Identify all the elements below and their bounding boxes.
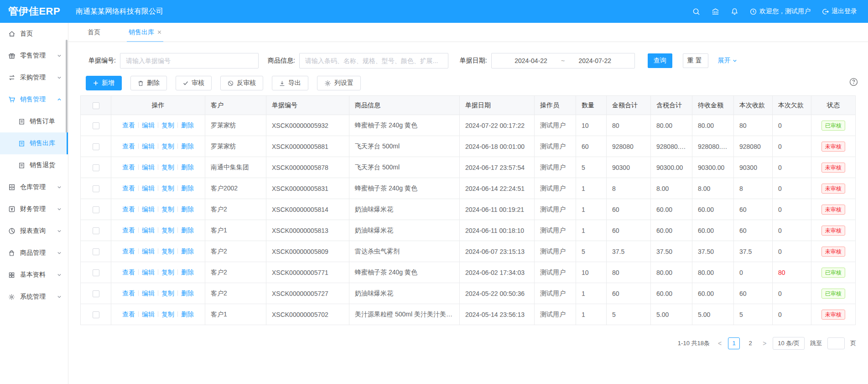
- row-checkbox[interactable]: [93, 206, 99, 213]
- sidebar-item-home[interactable]: 首页: [0, 23, 68, 45]
- copy-link[interactable]: 复制: [161, 184, 174, 192]
- product-info-input[interactable]: [299, 53, 448, 68]
- date-range-picker[interactable]: 2024-04-22 ~ 2024-07-22: [491, 53, 635, 68]
- sidebar-item-basic-data[interactable]: 基本资料: [0, 264, 68, 286]
- receivable-cell: 37.50: [692, 241, 734, 262]
- edit-link[interactable]: 编辑: [142, 121, 155, 129]
- status-cell: 未审核: [811, 220, 856, 241]
- welcome-user[interactable]: 欢迎您，测试用户: [750, 7, 811, 16]
- date-start-value[interactable]: 2024-04-22: [513, 57, 549, 64]
- date-cell: 2024-06-11 00:19:21: [460, 199, 535, 220]
- next-page-button[interactable]: >: [762, 340, 767, 347]
- copy-link[interactable]: 复制: [161, 226, 174, 234]
- copy-link[interactable]: 复制: [161, 163, 174, 171]
- view-link[interactable]: 查看: [122, 205, 135, 213]
- edit-link[interactable]: 编辑: [142, 226, 155, 234]
- copy-link[interactable]: 复制: [161, 121, 174, 129]
- delete-link[interactable]: 删除: [181, 163, 194, 171]
- view-link[interactable]: 查看: [122, 226, 135, 234]
- approve-button[interactable]: 审核: [176, 76, 212, 90]
- product-cell: 奶油味爆米花: [349, 199, 460, 220]
- expand-link[interactable]: 展开: [718, 57, 737, 65]
- edit-link[interactable]: 编辑: [142, 184, 155, 192]
- page-size-select[interactable]: 10 条/页: [773, 337, 805, 350]
- view-link[interactable]: 查看: [122, 121, 135, 129]
- view-link[interactable]: 查看: [122, 247, 135, 255]
- row-checkbox[interactable]: [93, 269, 99, 276]
- row-checkbox[interactable]: [93, 143, 99, 150]
- row-checkbox-cell: [81, 220, 111, 241]
- view-link[interactable]: 查看: [122, 163, 135, 171]
- sidebar-item-products[interactable]: 商品管理: [0, 242, 68, 264]
- copy-link[interactable]: 复制: [161, 289, 174, 297]
- add-button[interactable]: 新增: [86, 76, 122, 90]
- search-icon[interactable]: [692, 8, 700, 16]
- sidebar-item-sales-orders[interactable]: 销售订单: [0, 110, 68, 132]
- view-link[interactable]: 查看: [122, 184, 135, 192]
- edit-link[interactable]: 编辑: [142, 205, 155, 213]
- sidebar-item-sales-outbound[interactable]: 销售出库: [0, 132, 68, 154]
- status-cell: 已审核: [811, 262, 856, 283]
- tab-home[interactable]: 首页: [86, 23, 102, 42]
- delete-button[interactable]: 删除: [130, 76, 167, 90]
- delete-link[interactable]: 删除: [181, 247, 194, 255]
- row-checkbox[interactable]: [93, 248, 99, 255]
- select-all-checkbox[interactable]: [93, 102, 99, 109]
- row-checkbox[interactable]: [93, 311, 99, 318]
- view-link[interactable]: 查看: [122, 142, 135, 150]
- edit-link[interactable]: 编辑: [142, 289, 155, 297]
- tab-sales-outbound[interactable]: 销售出库: [127, 23, 163, 42]
- sidebar-item-sales-returns[interactable]: 销售退货: [0, 154, 68, 176]
- sidebar-item-reports[interactable]: 报表查询: [0, 220, 68, 242]
- reset-button[interactable]: 重置: [683, 53, 708, 68]
- bank-icon[interactable]: [712, 8, 719, 16]
- sidebar-item-system[interactable]: 系统管理: [0, 286, 68, 308]
- doc-no-input[interactable]: [120, 53, 259, 68]
- delete-link[interactable]: 删除: [181, 226, 194, 234]
- edit-link[interactable]: 编辑: [142, 247, 155, 255]
- page-1-button[interactable]: 1: [728, 337, 740, 349]
- doc-date-label: 单据日期:: [460, 57, 487, 65]
- sidebar-item-retail[interactable]: 零售管理: [0, 45, 68, 67]
- help-icon[interactable]: [849, 78, 858, 86]
- row-checkbox[interactable]: [93, 185, 99, 192]
- export-button[interactable]: 导出: [272, 76, 308, 90]
- delete-link[interactable]: 删除: [181, 184, 194, 192]
- copy-link[interactable]: 复制: [161, 205, 174, 213]
- row-checkbox[interactable]: [93, 290, 99, 297]
- edit-link[interactable]: 编辑: [142, 310, 155, 318]
- view-link[interactable]: 查看: [122, 268, 135, 276]
- column-settings-button[interactable]: 列设置: [317, 76, 361, 90]
- copy-link[interactable]: 复制: [161, 247, 174, 255]
- sidebar-item-warehouse[interactable]: 仓库管理: [0, 176, 68, 198]
- copy-link[interactable]: 复制: [161, 142, 174, 150]
- unapprove-button[interactable]: 反审核: [220, 76, 263, 90]
- sidebar-item-purchase[interactable]: 采购管理: [0, 67, 68, 89]
- copy-link[interactable]: 复制: [161, 310, 174, 318]
- prev-page-button[interactable]: <: [717, 340, 722, 347]
- delete-link[interactable]: 删除: [181, 268, 194, 276]
- view-link[interactable]: 查看: [122, 289, 135, 297]
- delete-link[interactable]: 删除: [181, 289, 194, 297]
- copy-link[interactable]: 复制: [161, 268, 174, 276]
- search-button[interactable]: 查询: [648, 53, 672, 68]
- delete-link[interactable]: 删除: [181, 142, 194, 150]
- view-link[interactable]: 查看: [122, 310, 135, 318]
- delete-link[interactable]: 删除: [181, 121, 194, 129]
- sidebar-item-finance[interactable]: 财务管理: [0, 198, 68, 220]
- edit-link[interactable]: 编辑: [142, 142, 155, 150]
- delete-link[interactable]: 删除: [181, 205, 194, 213]
- delete-link[interactable]: 删除: [181, 310, 194, 318]
- close-icon[interactable]: [157, 30, 161, 34]
- row-checkbox[interactable]: [93, 122, 99, 129]
- edit-link[interactable]: 编辑: [142, 268, 155, 276]
- row-checkbox[interactable]: [93, 227, 99, 234]
- bell-icon[interactable]: [731, 8, 738, 16]
- date-end-value[interactable]: 2024-07-22: [577, 57, 613, 64]
- logout-button[interactable]: 退出登录: [822, 7, 857, 16]
- sidebar-item-sales[interactable]: 销售管理: [0, 89, 68, 110]
- edit-link[interactable]: 编辑: [142, 163, 155, 171]
- row-checkbox[interactable]: [93, 164, 99, 171]
- page-2-button[interactable]: 2: [744, 337, 756, 349]
- jump-page-input[interactable]: [827, 337, 845, 349]
